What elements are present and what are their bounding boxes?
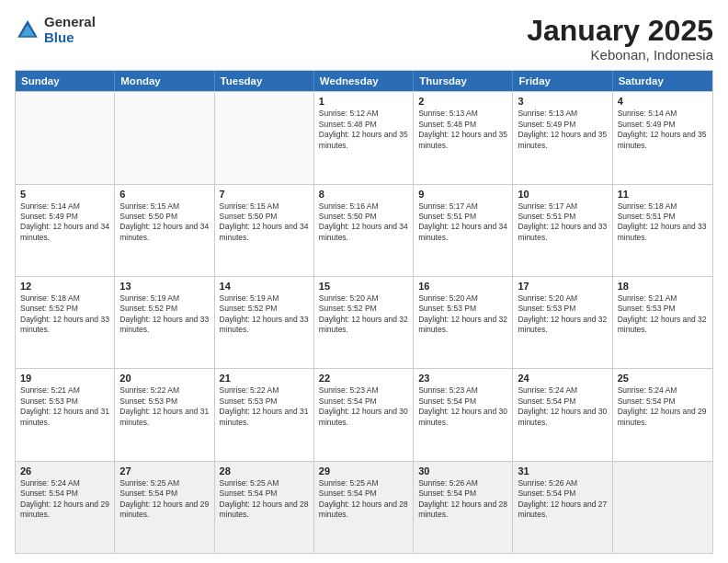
logo-icon [15, 17, 40, 43]
day-number: 15 [319, 281, 408, 292]
cal-cell: 2Sunrise: 5:13 AM Sunset: 5:48 PM Daylig… [414, 92, 513, 183]
day-number: 9 [418, 189, 507, 200]
day-number: 31 [518, 465, 607, 477]
day-info: Sunrise: 5:25 AM Sunset: 5:54 PM Dayligh… [220, 478, 309, 521]
cal-cell: 13Sunrise: 5:19 AM Sunset: 5:52 PM Dayli… [115, 277, 214, 368]
day-number: 27 [119, 465, 209, 477]
cal-week-4: 19Sunrise: 5:21 AM Sunset: 5:53 PM Dayli… [16, 368, 712, 460]
cal-cell: 19Sunrise: 5:21 AM Sunset: 5:53 PM Dayli… [16, 369, 115, 460]
day-number: 24 [518, 373, 607, 384]
cal-cell: 22Sunrise: 5:23 AM Sunset: 5:54 PM Dayli… [314, 369, 414, 460]
day-info: Sunrise: 5:24 AM Sunset: 5:54 PM Dayligh… [20, 478, 109, 521]
cal-cell: 16Sunrise: 5:20 AM Sunset: 5:53 PM Dayli… [414, 277, 513, 368]
cal-cell: 5Sunrise: 5:14 AM Sunset: 5:49 PM Daylig… [16, 185, 115, 276]
day-number: 3 [518, 96, 607, 107]
day-info: Sunrise: 5:25 AM Sunset: 5:54 PM Dayligh… [119, 478, 209, 521]
cal-cell: 30Sunrise: 5:26 AM Sunset: 5:54 PM Dayli… [414, 462, 513, 553]
cal-cell: 7Sunrise: 5:15 AM Sunset: 5:50 PM Daylig… [215, 185, 314, 276]
cal-cell [115, 92, 214, 183]
cal-cell: 15Sunrise: 5:20 AM Sunset: 5:52 PM Dayli… [314, 277, 414, 368]
day-info: Sunrise: 5:24 AM Sunset: 5:54 PM Dayligh… [518, 385, 607, 428]
cal-header-tuesday: Tuesday [215, 71, 314, 91]
day-info: Sunrise: 5:20 AM Sunset: 5:53 PM Dayligh… [418, 293, 507, 336]
cal-cell: 12Sunrise: 5:18 AM Sunset: 5:52 PM Dayli… [16, 277, 115, 368]
cal-week-3: 12Sunrise: 5:18 AM Sunset: 5:52 PM Dayli… [16, 276, 712, 368]
cal-cell: 18Sunrise: 5:21 AM Sunset: 5:53 PM Dayli… [613, 277, 712, 368]
cal-cell: 17Sunrise: 5:20 AM Sunset: 5:53 PM Dayli… [513, 277, 612, 368]
logo-blue: Blue [44, 30, 96, 46]
header: General Blue January 2025 Kebonan, Indon… [15, 15, 713, 63]
day-info: Sunrise: 5:12 AM Sunset: 5:48 PM Dayligh… [319, 109, 408, 151]
cal-cell [16, 92, 115, 183]
day-number: 30 [418, 465, 507, 477]
cal-cell: 4Sunrise: 5:14 AM Sunset: 5:49 PM Daylig… [613, 92, 712, 183]
logo: General Blue [15, 15, 96, 45]
month-title: January 2025 [527, 15, 713, 47]
main-container: General Blue January 2025 Kebonan, Indon… [0, 0, 728, 563]
day-number: 22 [319, 373, 408, 384]
day-number: 1 [319, 96, 408, 107]
day-number: 21 [220, 373, 309, 384]
cal-cell: 25Sunrise: 5:24 AM Sunset: 5:54 PM Dayli… [613, 369, 712, 460]
day-number: 7 [220, 189, 309, 200]
day-number: 13 [119, 281, 209, 292]
calendar-body: 1Sunrise: 5:12 AM Sunset: 5:48 PM Daylig… [16, 91, 712, 553]
cal-header-saturday: Saturday [613, 71, 712, 91]
logo-text: General Blue [44, 15, 96, 45]
day-info: Sunrise: 5:22 AM Sunset: 5:53 PM Dayligh… [220, 385, 309, 428]
cal-cell: 27Sunrise: 5:25 AM Sunset: 5:54 PM Dayli… [115, 462, 214, 553]
day-info: Sunrise: 5:17 AM Sunset: 5:51 PM Dayligh… [518, 201, 607, 244]
cal-cell: 1Sunrise: 5:12 AM Sunset: 5:48 PM Daylig… [314, 92, 414, 183]
cal-week-2: 5Sunrise: 5:14 AM Sunset: 5:49 PM Daylig… [16, 184, 712, 276]
day-info: Sunrise: 5:22 AM Sunset: 5:53 PM Dayligh… [119, 385, 209, 428]
cal-cell: 3Sunrise: 5:13 AM Sunset: 5:49 PM Daylig… [513, 92, 612, 183]
day-info: Sunrise: 5:20 AM Sunset: 5:52 PM Dayligh… [319, 293, 408, 336]
day-info: Sunrise: 5:23 AM Sunset: 5:54 PM Dayligh… [319, 385, 408, 428]
day-number: 16 [418, 281, 507, 292]
cal-header-friday: Friday [513, 71, 612, 91]
day-number: 17 [518, 281, 607, 292]
day-number: 23 [418, 373, 507, 384]
cal-cell: 31Sunrise: 5:26 AM Sunset: 5:54 PM Dayli… [513, 462, 612, 553]
day-number: 6 [119, 189, 209, 200]
cal-cell: 23Sunrise: 5:23 AM Sunset: 5:54 PM Dayli… [414, 369, 513, 460]
calendar-header-row: SundayMondayTuesdayWednesdayThursdayFrid… [16, 71, 712, 91]
cal-cell [215, 92, 314, 183]
cal-cell: 14Sunrise: 5:19 AM Sunset: 5:52 PM Dayli… [215, 277, 314, 368]
day-number: 29 [319, 465, 408, 477]
day-number: 5 [20, 189, 109, 200]
cal-cell: 11Sunrise: 5:18 AM Sunset: 5:51 PM Dayli… [613, 185, 712, 276]
day-number: 10 [518, 189, 607, 200]
day-number: 26 [20, 465, 109, 477]
calendar: SundayMondayTuesdayWednesdayThursdayFrid… [15, 70, 713, 554]
day-info: Sunrise: 5:21 AM Sunset: 5:53 PM Dayligh… [20, 385, 109, 428]
day-info: Sunrise: 5:18 AM Sunset: 5:52 PM Dayligh… [20, 293, 109, 336]
logo-general: General [44, 15, 96, 30]
cal-cell: 21Sunrise: 5:22 AM Sunset: 5:53 PM Dayli… [215, 369, 314, 460]
day-info: Sunrise: 5:13 AM Sunset: 5:49 PM Dayligh… [518, 109, 607, 151]
day-info: Sunrise: 5:17 AM Sunset: 5:51 PM Dayligh… [418, 201, 507, 244]
day-info: Sunrise: 5:14 AM Sunset: 5:49 PM Dayligh… [618, 109, 708, 151]
subtitle: Kebonan, Indonesia [527, 47, 713, 63]
day-number: 2 [418, 96, 507, 107]
day-info: Sunrise: 5:19 AM Sunset: 5:52 PM Dayligh… [119, 293, 209, 336]
day-number: 4 [618, 96, 708, 107]
day-info: Sunrise: 5:20 AM Sunset: 5:53 PM Dayligh… [518, 293, 607, 336]
day-info: Sunrise: 5:23 AM Sunset: 5:54 PM Dayligh… [418, 385, 507, 428]
cal-week-1: 1Sunrise: 5:12 AM Sunset: 5:48 PM Daylig… [16, 91, 712, 183]
cal-cell: 9Sunrise: 5:17 AM Sunset: 5:51 PM Daylig… [414, 185, 513, 276]
day-info: Sunrise: 5:25 AM Sunset: 5:54 PM Dayligh… [319, 478, 408, 521]
day-info: Sunrise: 5:26 AM Sunset: 5:54 PM Dayligh… [518, 478, 607, 521]
cal-cell: 28Sunrise: 5:25 AM Sunset: 5:54 PM Dayli… [215, 462, 314, 553]
day-info: Sunrise: 5:24 AM Sunset: 5:54 PM Dayligh… [618, 385, 708, 428]
day-info: Sunrise: 5:21 AM Sunset: 5:53 PM Dayligh… [618, 293, 708, 336]
cal-header-wednesday: Wednesday [314, 71, 414, 91]
day-number: 11 [618, 189, 708, 200]
day-info: Sunrise: 5:15 AM Sunset: 5:50 PM Dayligh… [119, 201, 209, 244]
cal-cell: 8Sunrise: 5:16 AM Sunset: 5:50 PM Daylig… [314, 185, 414, 276]
day-number: 14 [220, 281, 309, 292]
day-info: Sunrise: 5:26 AM Sunset: 5:54 PM Dayligh… [418, 478, 507, 521]
day-info: Sunrise: 5:19 AM Sunset: 5:52 PM Dayligh… [220, 293, 309, 336]
day-number: 12 [20, 281, 109, 292]
day-info: Sunrise: 5:15 AM Sunset: 5:50 PM Dayligh… [220, 201, 309, 244]
